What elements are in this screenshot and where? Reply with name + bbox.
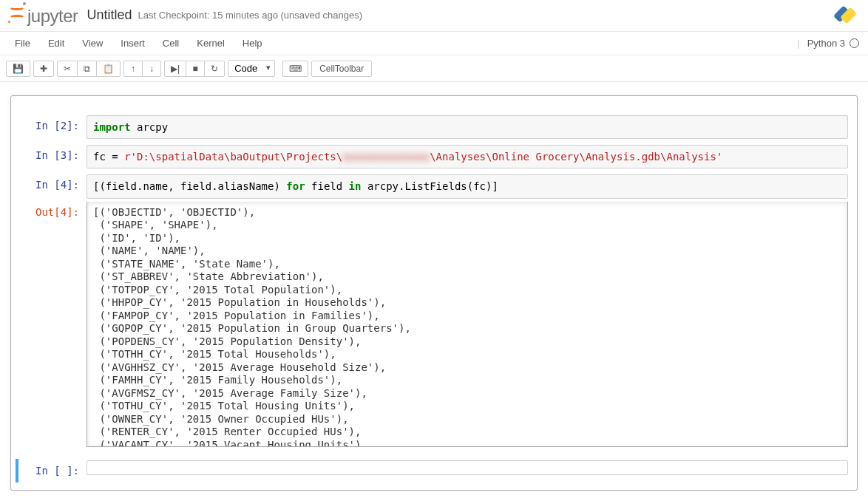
kernel-name: Python 3 (807, 38, 845, 49)
logo-text: jupyter (27, 6, 78, 27)
code-input[interactable]: [(field.name, field.aliasName) for field… (87, 174, 848, 198)
code-cell[interactable]: In [ ]: (16, 459, 852, 483)
menu-cell[interactable]: Cell (154, 32, 188, 55)
prompt-in: In [2]: (20, 115, 87, 139)
run-button[interactable]: ▶| (164, 61, 186, 77)
code-cell[interactable]: In [4]: [(field.name, field.aliasName) f… (16, 173, 852, 199)
command-palette-button[interactable]: ⌨ (282, 61, 308, 77)
jupyter-icon (9, 3, 25, 22)
output-cell: Out[4]: [('OBJECTID', 'OBJECTID'), ('SHA… (16, 200, 852, 448)
restart-button[interactable]: ↻ (204, 61, 225, 77)
move-down-button[interactable]: ↓ (142, 61, 161, 77)
notebook-container: In [2]: import arcpy In [3]: fc = r'D:\s… (0, 82, 868, 498)
prompt-in: In [ ]: (20, 460, 87, 482)
menu-kernel[interactable]: Kernel (188, 32, 234, 55)
checkpoint-status: Last Checkpoint: 15 minutes ago (unsaved… (138, 10, 363, 21)
kernel-status-icon (850, 38, 859, 48)
menu-insert[interactable]: Insert (112, 32, 154, 55)
notebook-title[interactable]: Untitled (87, 7, 132, 23)
prompt-in: In [4]: (20, 174, 87, 198)
code-output: [('OBJECTID', 'OBJECTID'), ('SHAPE', 'SH… (87, 202, 848, 447)
prompt-out: Out[4]: (20, 202, 87, 447)
copy-button[interactable]: ⧉ (77, 61, 97, 77)
code-input[interactable]: fc = r'D:\spatialData\baOutput\Projects\… (87, 145, 848, 168)
add-cell-button[interactable]: ✚ (33, 61, 54, 77)
menu-file[interactable]: File (6, 32, 39, 55)
move-up-button[interactable]: ↑ (123, 61, 143, 77)
notebook-header: jupyter Untitled Last Checkpoint: 15 min… (0, 0, 868, 32)
code-input[interactable] (87, 460, 848, 475)
menu-edit[interactable]: Edit (39, 32, 73, 55)
code-input[interactable]: import arcpy (87, 115, 848, 139)
paste-button[interactable]: 📋 (96, 61, 121, 77)
save-button[interactable]: 💾 (6, 61, 30, 77)
menu-view[interactable]: View (73, 32, 112, 55)
jupyter-logo[interactable]: jupyter (9, 3, 78, 27)
cut-button[interactable]: ✂ (57, 61, 78, 77)
menu-help[interactable]: Help (234, 32, 271, 55)
menubar: File Edit View Insert Cell Kernel Help |… (0, 32, 868, 55)
celltoolbar-button[interactable]: CellToolbar (311, 61, 372, 77)
stop-button[interactable]: ■ (186, 61, 205, 77)
kernel-indicator: | Python 3 (797, 38, 859, 49)
cell-type-select[interactable]: Code (228, 60, 275, 77)
toolbar: 💾 ✚ ✂ ⧉ 📋 ↑ ↓ ▶| ■ ↻ Code ⌨ CellToolbar (0, 55, 868, 82)
code-cell[interactable]: In [2]: import arcpy (16, 114, 852, 140)
python-icon (835, 5, 855, 24)
prompt-in: In [3]: (20, 145, 87, 168)
code-cell[interactable]: In [3]: fc = r'D:\spatialData\baOutput\P… (16, 143, 852, 170)
